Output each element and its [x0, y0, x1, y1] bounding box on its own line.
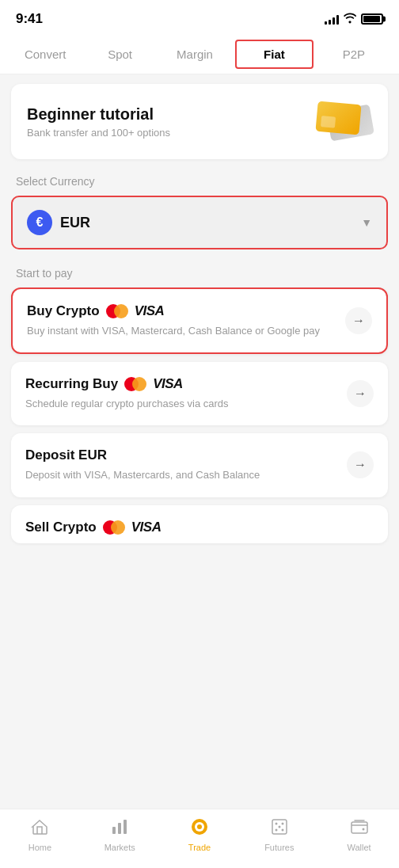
main-content: Beginner tutorial Bank transfer and 100+… — [0, 84, 399, 615]
status-icons — [325, 13, 383, 26]
recurring-buy-card[interactable]: Recurring Buy VISA Schedule regular cryp… — [11, 362, 388, 425]
currency-selector[interactable]: € EUR ▼ — [11, 196, 388, 249]
wifi-icon — [344, 13, 356, 26]
bottom-navigation: Home Markets Trade — [0, 809, 399, 868]
visa-icon-3: VISA — [131, 520, 162, 535]
tab-convert[interactable]: Convert — [8, 36, 82, 72]
tab-p2p[interactable]: P2P — [317, 36, 391, 72]
banner-title: Beginner tutorial — [27, 105, 170, 124]
visa-icon: VISA — [135, 303, 165, 319]
chevron-down-icon: ▼ — [361, 216, 372, 229]
currency-code: EUR — [60, 215, 90, 231]
nav-trade[interactable]: Trade — [160, 817, 240, 852]
buy-crypto-card[interactable]: Buy Crypto VISA Buy instant with VISA, M… — [11, 287, 388, 354]
buy-crypto-content: Buy Crypto VISA Buy instant with VISA, M… — [27, 303, 337, 338]
tab-spot[interactable]: Spot — [82, 36, 157, 72]
buy-crypto-desc: Buy instant with VISA, Mastercard, Cash … — [27, 324, 337, 338]
svg-point-5 — [197, 824, 202, 829]
svg-rect-12 — [352, 822, 367, 833]
trade-icon — [190, 817, 209, 839]
svg-point-8 — [281, 823, 283, 825]
svg-rect-0 — [112, 827, 116, 834]
svg-point-11 — [278, 826, 280, 828]
deposit-eur-title: Deposit EUR — [25, 447, 339, 463]
battery-icon — [361, 13, 383, 25]
eur-icon: € — [27, 210, 52, 235]
mastercard-icon-2 — [124, 377, 146, 391]
deposit-eur-arrow[interactable]: → — [347, 451, 374, 478]
buy-crypto-title: Buy Crypto VISA — [27, 303, 337, 319]
svg-point-10 — [281, 829, 283, 832]
home-icon — [30, 817, 49, 839]
deposit-eur-desc: Deposit with VISA, Mastercards, and Cash… — [25, 468, 339, 482]
svg-rect-1 — [118, 823, 121, 834]
start-to-pay-label: Start to pay — [0, 261, 399, 284]
tab-margin[interactable]: Margin — [158, 36, 232, 72]
recurring-buy-content: Recurring Buy VISA Schedule regular cryp… — [25, 376, 339, 411]
mastercard-icon-3 — [103, 520, 125, 535]
recurring-buy-desc: Schedule regular crypto purchases via ca… — [25, 397, 339, 411]
mastercard-icon — [106, 304, 128, 318]
tab-navigation: Convert Spot Margin Fiat P2P — [0, 35, 399, 74]
svg-point-7 — [275, 823, 277, 825]
banner-text: Beginner tutorial Bank transfer and 100+… — [27, 105, 170, 139]
nav-futures[interactable]: Futures — [239, 817, 319, 852]
recurring-buy-arrow[interactable]: → — [347, 380, 374, 407]
nav-trade-label: Trade — [188, 843, 211, 852]
wallet-icon — [350, 817, 369, 839]
deposit-eur-content: Deposit EUR Deposit with VISA, Mastercar… — [25, 447, 339, 482]
signal-icon — [325, 13, 339, 25]
status-time: 9:41 — [16, 11, 43, 27]
sell-crypto-card[interactable]: Sell Crypto VISA — [11, 505, 388, 543]
nav-futures-label: Futures — [264, 843, 294, 852]
svg-point-13 — [362, 828, 364, 831]
banner-subtitle: Bank transfer and 100+ options — [27, 127, 170, 139]
svg-point-9 — [275, 829, 277, 832]
deposit-eur-card[interactable]: Deposit EUR Deposit with VISA, Mastercar… — [11, 433, 388, 497]
nav-wallet[interactable]: Wallet — [319, 817, 399, 852]
futures-icon — [270, 817, 289, 839]
nav-markets[interactable]: Markets — [80, 817, 160, 852]
svg-rect-2 — [124, 820, 127, 834]
banner-image — [317, 100, 372, 143]
visa-icon-2: VISA — [153, 376, 183, 392]
select-currency-label: Select Currency — [0, 169, 399, 192]
buy-crypto-arrow[interactable]: → — [345, 307, 372, 334]
nav-wallet-label: Wallet — [348, 843, 371, 852]
currency-left: € EUR — [27, 210, 90, 235]
nav-home[interactable]: Home — [0, 817, 80, 852]
markets-icon — [110, 817, 129, 839]
status-bar: 9:41 — [0, 0, 399, 35]
nav-markets-label: Markets — [104, 843, 135, 852]
recurring-buy-title: Recurring Buy VISA — [25, 376, 339, 392]
tab-fiat[interactable]: Fiat — [235, 40, 313, 69]
nav-home-label: Home — [28, 843, 51, 852]
card-front — [315, 101, 361, 135]
beginner-tutorial-banner[interactable]: Beginner tutorial Bank transfer and 100+… — [11, 84, 388, 159]
sell-crypto-title: Sell Crypto VISA — [25, 520, 161, 535]
